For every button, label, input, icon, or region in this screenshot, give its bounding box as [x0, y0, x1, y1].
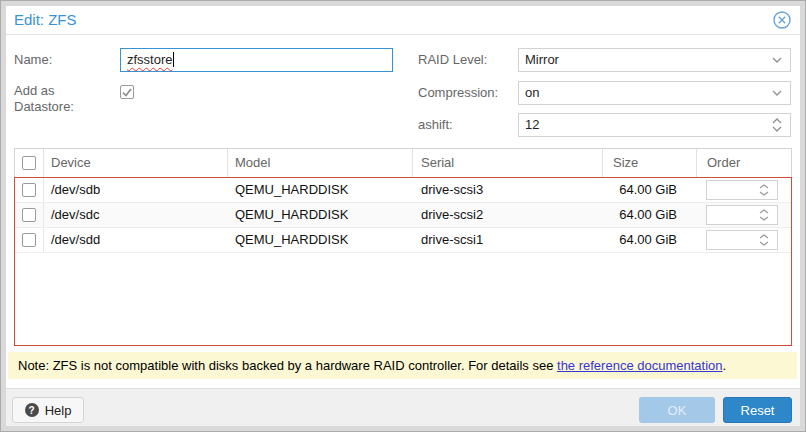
cell-size: 64.00 GiB [603, 228, 697, 252]
cell-order [697, 178, 791, 202]
dialog-header: Edit: ZFS [6, 6, 800, 35]
select-all-checkbox-cell [15, 149, 44, 177]
column-header-serial[interactable]: Serial [413, 149, 603, 177]
raid-level-value: Mirror [525, 52, 559, 67]
spinner-up-icon[interactable] [759, 184, 769, 189]
spinner-down-icon[interactable] [772, 126, 782, 132]
spinner-down-icon[interactable] [759, 191, 769, 196]
table-row[interactable]: /dev/sdb QEMU_HARDDISK drive-scsi3 64.00… [15, 178, 791, 203]
add-as-datastore-label: Add as Datastore: [14, 83, 114, 115]
compression-combo[interactable]: on [518, 81, 791, 105]
chevron-down-icon[interactable] [772, 82, 782, 104]
disk-table-body: /dev/sdb QEMU_HARDDISK drive-scsi3 64.00… [14, 177, 792, 346]
cell-serial: drive-scsi3 [413, 178, 603, 202]
edit-zfs-dialog: Edit: ZFS Name: zfsstore RAID Level: Mir… [6, 6, 800, 426]
spinner-up-icon[interactable] [759, 234, 769, 239]
ashift-spinner[interactable]: 12 [518, 113, 791, 137]
reference-documentation-link[interactable]: the reference documentation [557, 358, 723, 373]
raid-level-combo[interactable]: Mirror [518, 48, 791, 72]
screen: Edit: ZFS Name: zfsstore RAID Level: Mir… [0, 0, 806, 432]
help-icon: ? [25, 403, 39, 417]
raid-level-label: RAID Level: [418, 48, 487, 72]
name-input[interactable]: zfsstore [120, 48, 393, 72]
name-label: Name: [14, 48, 52, 72]
ok-button-label: OK [668, 403, 687, 418]
reset-button[interactable]: Reset [723, 397, 792, 423]
column-header-device[interactable]: Device [44, 149, 228, 177]
cell-serial: drive-scsi1 [413, 228, 603, 252]
select-all-checkbox[interactable] [22, 156, 36, 170]
note-text-suffix: . [723, 358, 727, 373]
disk-table-header: Device Model Serial Size Order [14, 148, 792, 177]
dialog-title: Edit: ZFS [14, 6, 77, 34]
cell-model: QEMU_HARDDISK [228, 178, 413, 202]
column-header-size[interactable]: Size [603, 149, 697, 177]
row-checkbox[interactable] [22, 208, 36, 222]
order-spinner[interactable] [706, 205, 778, 225]
name-input-value: zfsstore [127, 52, 173, 67]
help-button-label: Help [45, 403, 72, 418]
table-row[interactable]: /dev/sdc QEMU_HARDDISK drive-scsi2 64.00… [15, 203, 791, 228]
order-spinner[interactable] [706, 180, 778, 200]
cell-order [697, 203, 791, 227]
cell-serial: drive-scsi2 [413, 203, 603, 227]
cell-size: 64.00 GiB [603, 203, 697, 227]
ashift-label: ashift: [418, 113, 453, 137]
reset-button-label: Reset [741, 403, 775, 418]
spinner-down-icon[interactable] [759, 241, 769, 246]
compression-label: Compression: [418, 81, 498, 105]
cell-device: /dev/sdc [44, 203, 228, 227]
check-icon [121, 86, 133, 98]
cell-model: QEMU_HARDDISK [228, 228, 413, 252]
ok-button: OK [639, 397, 715, 423]
column-header-model[interactable]: Model [228, 149, 413, 177]
spinner-up-icon[interactable] [759, 209, 769, 214]
row-checkbox[interactable] [22, 183, 36, 197]
chevron-down-icon[interactable] [772, 49, 782, 71]
spinner-up-icon[interactable] [772, 118, 782, 124]
table-row[interactable]: /dev/sdd QEMU_HARDDISK drive-scsi1 64.00… [15, 228, 791, 253]
cell-order [697, 228, 791, 252]
order-spinner[interactable] [706, 230, 778, 250]
close-icon[interactable] [773, 11, 791, 29]
column-header-order[interactable]: Order [697, 149, 791, 177]
ashift-value: 12 [525, 117, 539, 132]
cell-device: /dev/sdd [44, 228, 228, 252]
add-as-datastore-checkbox[interactable] [120, 85, 134, 99]
compression-value: on [525, 85, 539, 100]
note-text: Note: ZFS is not compatible with disks b… [18, 358, 557, 373]
row-checkbox[interactable] [22, 233, 36, 247]
note-bar: Note: ZFS is not compatible with disks b… [8, 352, 797, 379]
cell-model: QEMU_HARDDISK [228, 203, 413, 227]
text-caret [173, 52, 174, 67]
help-button[interactable]: ? Help [12, 397, 84, 423]
dialog-footer: ? Help OK Reset [6, 388, 800, 426]
cell-size: 64.00 GiB [603, 178, 697, 202]
cell-device: /dev/sdb [44, 178, 228, 202]
spinner-down-icon[interactable] [759, 216, 769, 221]
